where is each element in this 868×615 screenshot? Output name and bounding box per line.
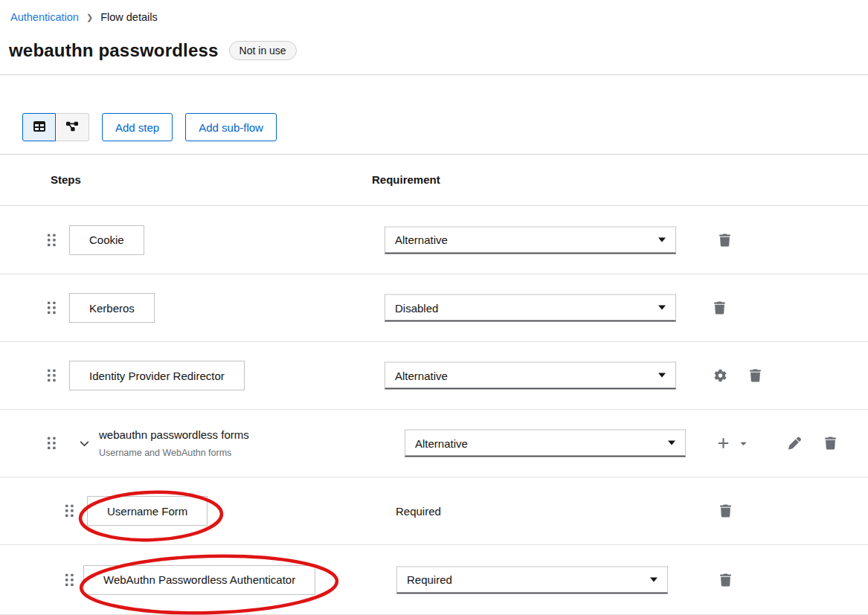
caret-down-icon xyxy=(658,237,666,242)
subflow-description: Username and WebAuthn forms xyxy=(99,448,249,458)
step-button[interactable]: WebAuthn Passwordless Authenticator xyxy=(83,565,315,595)
drag-handle-icon[interactable] xyxy=(48,370,56,382)
step-row: WebAuthn Passwordless Authenticator Requ… xyxy=(0,545,868,615)
caret-down-icon xyxy=(658,373,666,378)
requirement-value: Alternative xyxy=(395,369,448,381)
drag-handle-icon[interactable] xyxy=(48,302,56,315)
trash-icon xyxy=(719,238,730,249)
trash-icon xyxy=(750,373,761,384)
add-step-button[interactable]: Add step xyxy=(102,113,173,141)
table-view-toggle[interactable] xyxy=(22,113,56,141)
step-button[interactable]: Identity Provider Redirector xyxy=(69,361,245,390)
requirement-select[interactable]: Alternative xyxy=(385,362,676,390)
header-divider xyxy=(0,74,868,75)
requirement-text: Required xyxy=(396,505,441,518)
requirement-select[interactable]: Required xyxy=(396,566,668,593)
requirement-value: Required xyxy=(407,573,452,586)
expand-toggle-chevron-down-icon[interactable] xyxy=(77,436,92,451)
requirement-value: Alternative xyxy=(415,437,468,449)
subflow-name: webauthn passwordless forms xyxy=(99,428,249,441)
trash-icon xyxy=(720,509,731,520)
requirement-select[interactable]: Alternative xyxy=(405,430,686,457)
caret-down-icon xyxy=(650,577,658,582)
requirement-value: Alternative xyxy=(395,234,448,246)
delete-button[interactable] xyxy=(823,435,838,451)
toolbar-divider xyxy=(0,154,868,155)
delete-button[interactable] xyxy=(713,300,727,316)
breadcrumb-separator-icon: ❯ xyxy=(86,12,93,22)
page-title: webauthn passwordless xyxy=(9,40,219,61)
settings-button[interactable] xyxy=(713,368,728,384)
step-row: Cookie Alternative xyxy=(0,206,868,274)
requirement-value: Disabled xyxy=(395,301,438,314)
trash-icon xyxy=(720,578,731,589)
requirement-column-header: Requirement xyxy=(372,173,440,186)
caret-down-icon xyxy=(739,439,748,448)
diagram-view-toggle[interactable] xyxy=(56,113,89,141)
diagram-view-icon xyxy=(66,120,78,135)
toolbar: Add step Add sub-flow xyxy=(22,113,277,141)
not-in-use-badge: Not in use xyxy=(229,41,297,60)
subflow-row: webauthn passwordless forms Username and… xyxy=(0,410,868,477)
flow-details-page: Authentication ❯ Flow details webauthn p… xyxy=(0,0,868,615)
caret-down-icon xyxy=(658,306,666,310)
breadcrumb-current: Flow details xyxy=(100,11,158,23)
breadcrumb: Authentication ❯ Flow details xyxy=(10,11,158,23)
drag-handle-icon[interactable] xyxy=(65,505,74,518)
cog-icon xyxy=(714,373,727,384)
trash-icon xyxy=(825,441,836,452)
add-subflow-button[interactable]: Add sub-flow xyxy=(185,113,277,141)
breadcrumb-authentication-link[interactable]: Authentication xyxy=(10,11,79,23)
step-button[interactable]: Cookie xyxy=(69,225,144,255)
caret-down-icon xyxy=(668,441,675,445)
step-row: Kerberos Disabled xyxy=(0,274,868,342)
plus-icon xyxy=(717,437,730,450)
add-step-to-subflow-button[interactable] xyxy=(716,436,749,451)
edit-button[interactable] xyxy=(787,436,803,451)
drag-handle-icon[interactable] xyxy=(48,234,56,246)
delete-button[interactable] xyxy=(748,367,762,384)
delete-button[interactable] xyxy=(718,503,733,519)
step-row: Identity Provider Redirector Alternative xyxy=(0,342,868,410)
delete-button[interactable] xyxy=(718,572,733,588)
steps-column-header: Steps xyxy=(51,173,81,186)
trash-icon xyxy=(714,306,725,317)
requirement-select[interactable]: Alternative xyxy=(385,226,676,254)
requirement-select[interactable]: Disabled xyxy=(385,294,676,322)
view-toggle-group xyxy=(22,113,89,141)
drag-handle-icon[interactable] xyxy=(48,437,56,450)
title-row: webauthn passwordless Not in use xyxy=(9,40,297,61)
step-button[interactable]: Username Form xyxy=(87,496,208,526)
pen-icon xyxy=(788,441,801,452)
delete-button[interactable] xyxy=(718,232,732,248)
subflow-info: webauthn passwordless forms Username and… xyxy=(99,428,249,458)
step-row: Username FormRequired xyxy=(0,477,868,545)
step-button[interactable]: Kerberos xyxy=(69,293,155,323)
drag-handle-icon[interactable] xyxy=(65,573,74,586)
table-view-icon xyxy=(33,120,45,135)
